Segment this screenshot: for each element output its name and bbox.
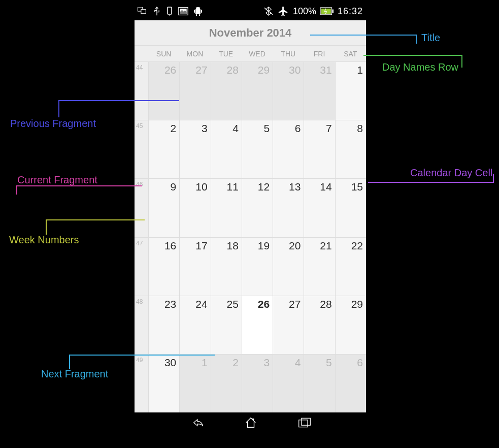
annotation-calendar-day-cell: Calendar Day Cell bbox=[410, 167, 492, 179]
calendar-day-cell[interactable]: 6 bbox=[273, 120, 304, 178]
calendar-day-cell[interactable]: 1 bbox=[335, 62, 366, 120]
calendar-day-cell[interactable]: 13 bbox=[273, 179, 304, 237]
calendar-title[interactable]: November 2014 bbox=[135, 20, 366, 46]
calendar-day-cell[interactable]: 19 bbox=[242, 238, 273, 296]
week-row: 4930123456 bbox=[135, 355, 366, 412]
svg-rect-16 bbox=[299, 420, 308, 427]
svg-rect-11 bbox=[196, 14, 197, 16]
annotation-prev-fragment: Previous Fragment bbox=[10, 118, 96, 130]
calendar-day-cell[interactable]: 23 bbox=[148, 296, 179, 354]
annotation-leader bbox=[16, 185, 143, 196]
week-row: 4823242526272829 bbox=[135, 296, 366, 355]
android-icon bbox=[193, 6, 203, 16]
week-number: 44 bbox=[135, 62, 148, 120]
airplane-icon bbox=[278, 6, 289, 17]
svg-rect-17 bbox=[302, 418, 310, 425]
calendar-day-cell[interactable]: 1 bbox=[179, 355, 210, 412]
android-nav-bar bbox=[135, 412, 366, 433]
home-button[interactable] bbox=[244, 416, 257, 429]
calendar-day-cell[interactable]: 26 bbox=[242, 296, 273, 354]
calendar-day-cell[interactable]: 21 bbox=[304, 238, 335, 296]
calendar-day-cell[interactable]: 8 bbox=[335, 120, 366, 178]
calendar-day-cell[interactable]: 3 bbox=[179, 120, 210, 178]
calendar-day-cell[interactable]: 9 bbox=[148, 179, 179, 237]
calendar-day-cell[interactable]: 14 bbox=[304, 179, 335, 237]
svg-rect-1 bbox=[141, 10, 146, 14]
status-right-icons: 100% 16:32 bbox=[263, 6, 363, 17]
device-icon bbox=[166, 7, 173, 16]
battery-percent: 100% bbox=[293, 6, 316, 17]
day-name: MON bbox=[179, 50, 210, 58]
calendar-day-cell[interactable]: 28 bbox=[304, 296, 335, 354]
calendar-day-cell[interactable]: 27 bbox=[179, 62, 210, 120]
week-number: 47 bbox=[135, 238, 148, 296]
calendar-day-cell[interactable]: 24 bbox=[179, 296, 210, 354]
calendar-day-cell[interactable]: 7 bbox=[304, 120, 335, 178]
week-number: 48 bbox=[135, 296, 148, 354]
calendar-day-cell[interactable]: 6 bbox=[335, 355, 366, 412]
calendar-day-cell[interactable]: 26 bbox=[148, 62, 179, 120]
annotation-title: Title bbox=[421, 32, 440, 44]
day-names-row: SUN MON TUE WED THU FRI SAT bbox=[135, 46, 366, 62]
calendar-day-cell[interactable]: 2 bbox=[148, 120, 179, 178]
calendar-view: November 2014 SUN MON TUE WED THU FRI SA… bbox=[135, 20, 366, 412]
calendar-day-cell[interactable]: 18 bbox=[211, 238, 242, 296]
calendar-day-cell[interactable]: 10 bbox=[179, 179, 210, 237]
back-button[interactable] bbox=[189, 417, 204, 428]
svg-rect-6 bbox=[195, 9, 201, 14]
day-name: THU bbox=[273, 50, 304, 58]
svg-point-3 bbox=[169, 15, 170, 16]
calendar-day-cell[interactable]: 27 bbox=[273, 296, 304, 354]
gallery-icon bbox=[178, 7, 188, 16]
day-name: SUN bbox=[148, 50, 179, 58]
svg-rect-9 bbox=[194, 10, 195, 13]
day-name: WED bbox=[242, 50, 273, 58]
calendar-day-cell[interactable]: 30 bbox=[273, 62, 304, 120]
calendar-day-cell[interactable]: 3 bbox=[242, 355, 273, 412]
week-row: 469101112131415 bbox=[135, 179, 366, 237]
phone-frame: 100% 16:32 November 2014 SUN MON TUE WED… bbox=[135, 2, 366, 433]
week-row: 442627282930311 bbox=[135, 62, 366, 120]
calendar-day-cell[interactable]: 16 bbox=[148, 238, 179, 296]
calendar-day-cell[interactable]: 29 bbox=[335, 296, 366, 354]
usb-icon bbox=[153, 6, 161, 16]
svg-rect-15 bbox=[332, 10, 334, 13]
calendar-day-cell[interactable]: 2 bbox=[211, 355, 242, 412]
day-name: FRI bbox=[304, 50, 335, 58]
week-number: 45 bbox=[135, 120, 148, 178]
calendar-day-cell[interactable]: 28 bbox=[211, 62, 242, 120]
calendar-day-cell[interactable]: 25 bbox=[211, 296, 242, 354]
clock-time: 16:32 bbox=[338, 6, 363, 17]
calendar-day-cell[interactable]: 17 bbox=[179, 238, 210, 296]
windows-icon bbox=[138, 7, 148, 15]
calendar-day-cell[interactable]: 22 bbox=[335, 238, 366, 296]
calendar-weeks: 4426272829303114523456784691011121314154… bbox=[135, 62, 366, 412]
week-number: 49 bbox=[135, 355, 148, 412]
calendar-day-cell[interactable]: 4 bbox=[211, 120, 242, 178]
annotation-next-fragment: Next Fragment bbox=[41, 368, 108, 380]
calendar-day-cell[interactable]: 5 bbox=[242, 120, 273, 178]
battery-icon bbox=[320, 7, 334, 15]
calendar-day-cell[interactable]: 29 bbox=[242, 62, 273, 120]
calendar-day-cell[interactable]: 31 bbox=[304, 62, 335, 120]
svg-rect-2 bbox=[168, 7, 172, 14]
day-name: TUE bbox=[211, 50, 242, 58]
day-name: SAT bbox=[335, 50, 366, 58]
calendar-day-cell[interactable]: 20 bbox=[273, 238, 304, 296]
status-bar: 100% 16:32 bbox=[135, 2, 366, 20]
calendar-day-cell[interactable]: 12 bbox=[242, 179, 273, 237]
annotation-day-names: Day Names Row bbox=[382, 61, 458, 73]
week-row: 4716171819202122 bbox=[135, 238, 366, 296]
svg-rect-10 bbox=[201, 10, 202, 13]
calendar-day-cell[interactable]: 30 bbox=[148, 355, 179, 412]
status-left-icons bbox=[138, 6, 203, 16]
svg-rect-12 bbox=[199, 14, 200, 16]
calendar-day-cell[interactable]: 15 bbox=[335, 179, 366, 237]
calendar-day-cell[interactable]: 11 bbox=[211, 179, 242, 237]
week-number: 46 bbox=[135, 179, 148, 237]
week-row: 452345678 bbox=[135, 120, 366, 179]
calendar-day-cell[interactable]: 4 bbox=[273, 355, 304, 412]
annotation-leader bbox=[46, 219, 145, 236]
calendar-day-cell[interactable]: 5 bbox=[304, 355, 335, 412]
recent-apps-button[interactable] bbox=[298, 417, 311, 428]
